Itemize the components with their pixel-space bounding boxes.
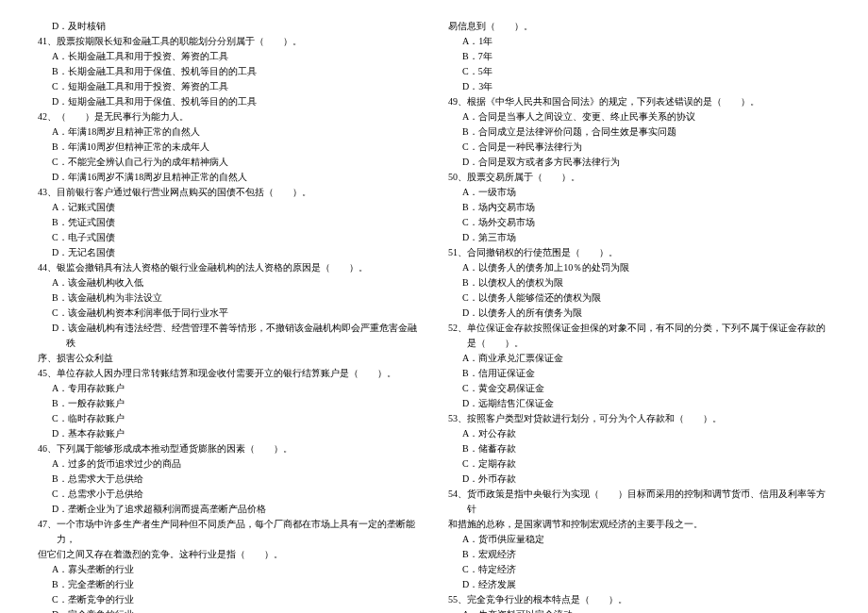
- answer-option: C．短期金融工具和用于投资、筹资的工具: [38, 79, 420, 94]
- question-stem: 46、下列属于能够形成成本推动型通货膨胀的因素（ ）。: [38, 441, 420, 456]
- answer-option: D．无记名国债: [38, 245, 420, 260]
- answer-option: A．寡头垄断的行业: [38, 562, 420, 577]
- answer-option: A．商业承兑汇票保证金: [448, 351, 830, 366]
- answer-option: C．黄金交易保证金: [448, 381, 830, 396]
- answer-option: B．一般存款账户: [38, 396, 420, 411]
- answer-option: C．该金融机构资本利润率低于同行业水平: [38, 306, 420, 321]
- answer-option: A．专用存款账户: [38, 381, 420, 396]
- question-stem: 43、目前银行客户通过银行营业网点购买的国债不包括（ ）。: [38, 185, 420, 200]
- left-column: D．及时核销41、股票按期限长短和金融工具的职能划分分别属于（ ）。A．长期金融…: [38, 19, 420, 613]
- answer-option: D．年满16周岁不满18周岁且精神正常的自然人: [38, 170, 420, 185]
- right-column: 易信息到（ ）。A．1年B．7年C．5年D．3年49、根据《中华人民共和国合同法…: [448, 19, 830, 613]
- answer-option: A．长期金融工具和用于投资、筹资的工具: [38, 49, 420, 64]
- answer-option: A．生产资料可以完全流动: [448, 607, 830, 613]
- answer-option: B．总需求大于总供给: [38, 472, 420, 487]
- answer-option: B．场内交易市场: [448, 200, 830, 215]
- answer-option: C．以债务人能够偿还的债权为限: [448, 290, 830, 306]
- exam-page-content: D．及时核销41、股票按期限长短和金融工具的职能划分分别属于（ ）。A．长期金融…: [38, 19, 830, 613]
- answer-option: C．不能完全辨认自己行为的成年精神病人: [38, 155, 420, 170]
- question-stem: 41、股票按期限长短和金融工具的职能划分分别属于（ ）。: [38, 34, 420, 49]
- answer-option: C．特定经济: [448, 562, 830, 577]
- answer-option: D．基本存款账户: [38, 426, 420, 441]
- answer-option: B．年满10周岁但精神正常的未成年人: [38, 140, 420, 155]
- answer-option: B．以债权人的债权为限: [448, 275, 830, 290]
- answer-option: C．定期存款: [448, 456, 830, 472]
- question-stem: 55、完全竞争行业的根本特点是（ ）。: [448, 592, 830, 607]
- answer-option: C．电子式国债: [38, 230, 420, 245]
- text-line: 序、损害公众利益: [38, 351, 420, 366]
- question-stem: 52、单位保证金存款按照保证金担保的对象不同，有不同的分类，下列不属于保证金存款…: [448, 321, 830, 351]
- answer-option: C．合同是一种民事法律行为: [448, 140, 830, 155]
- question-stem: 45、单位存款人因办理日常转账结算和现金收付需要开立的银行结算账户是（ ）。: [38, 366, 420, 381]
- answer-option: A．以债务人的债务加上10％的处罚为限: [448, 260, 830, 275]
- answer-option: D．短期金融工具和用于保值、投机等目的的工具: [38, 94, 420, 109]
- answer-option: A．1年: [448, 34, 830, 49]
- answer-option: D．及时核销: [38, 19, 420, 34]
- answer-option: A．合同是当事人之间设立、变更、终止民事关系的协议: [448, 109, 830, 124]
- text-line: 但它们之间又存在着激烈的竞争。这种行业是指（ ）。: [38, 547, 420, 562]
- answer-option: D．合同是双方或者多方民事法律行为: [448, 155, 830, 170]
- answer-option: A．过多的货币追求过少的商品: [38, 456, 420, 472]
- question-stem: 42、（ ）是无民事行为能力人。: [38, 109, 420, 124]
- answer-option: C．场外交易市场: [448, 215, 830, 230]
- answer-option: D．远期结售汇保证金: [448, 396, 830, 411]
- answer-option: D．垄断企业为了追求超额利润而提高垄断产品价格: [38, 502, 420, 517]
- question-stem: 54、货币政策是指中央银行为实现（ ）目标而采用的控制和调节货币、信用及利率等方…: [448, 487, 830, 517]
- question-stem: 49、根据《中华人民共和国合同法》的规定，下列表述错误的是（ ）。: [448, 94, 830, 109]
- answer-option: A．货币供应量稳定: [448, 532, 830, 547]
- answer-option: C．5年: [448, 64, 830, 79]
- answer-option: B．该金融机构为非法设立: [38, 290, 420, 306]
- answer-option: D．3年: [448, 79, 830, 94]
- answer-option: A．记账式国债: [38, 200, 420, 215]
- answer-option: D．经济发展: [448, 577, 830, 592]
- question-stem: 53、按照客户类型对贷款进行划分，可分为个人存款和（ ）。: [448, 411, 830, 426]
- answer-option: A．年满18周岁且精神正常的自然人: [38, 124, 420, 140]
- answer-option: B．信用证保证金: [448, 366, 830, 381]
- answer-option: B．宏观经济: [448, 547, 830, 562]
- answer-option: D．完全竞争的行业: [38, 607, 420, 613]
- text-line: 易信息到（ ）。: [448, 19, 830, 34]
- answer-option: B．7年: [448, 49, 830, 64]
- answer-option: D．以债务人的所有债务为限: [448, 306, 830, 321]
- question-stem: 47、一个市场中许多生产者生产同种但不同质产品，每个厂商都在市场上具有一定的垄断…: [38, 517, 420, 547]
- question-stem: 44、银监会撤销具有法人资格的银行业金融机构的法人资格的原因是（ ）。: [38, 260, 420, 275]
- question-stem: 50、股票交易所属于（ ）。: [448, 170, 830, 185]
- answer-option: C．总需求小于总供给: [38, 487, 420, 502]
- answer-option: C．垄断竞争的行业: [38, 592, 420, 607]
- question-stem: 51、合同撤销权的行使范围是（ ）。: [448, 245, 830, 260]
- answer-option: C．临时存款账户: [38, 411, 420, 426]
- answer-option: B．储蓄存款: [448, 441, 830, 456]
- answer-option: A．对公存款: [448, 426, 830, 441]
- answer-option: A．一级市场: [448, 185, 830, 200]
- answer-option: D．第三市场: [448, 230, 830, 245]
- answer-option: B．凭证式国债: [38, 215, 420, 230]
- answer-option: B．长期金融工具和用于保值、投机等目的的工具: [38, 64, 420, 79]
- answer-option: B．完全垄断的行业: [38, 577, 420, 592]
- answer-option: D．该金融机构有违法经营、经营管理不善等情形，不撤销该金融机构即会严重危害金融秩: [38, 321, 420, 351]
- answer-option: B．合同成立是法律评价问题，合同生效是事实问题: [448, 124, 830, 140]
- text-line: 和措施的总称，是国家调节和控制宏观经济的主要手段之一。: [448, 517, 830, 532]
- answer-option: D．外币存款: [448, 472, 830, 487]
- answer-option: A．该金融机构收入低: [38, 275, 420, 290]
